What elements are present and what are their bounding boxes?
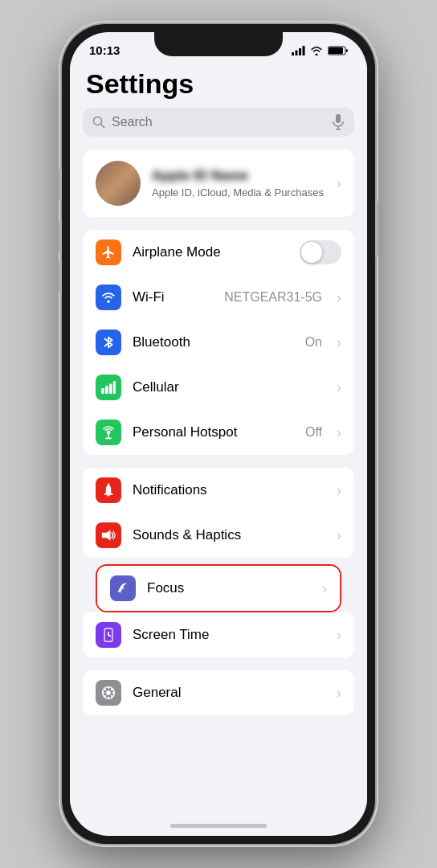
phone-frame: 10:13	[62, 24, 375, 844]
focus-highlight-wrapper: Focus ›	[83, 564, 354, 612]
svg-rect-14	[113, 381, 116, 394]
svg-point-28	[112, 692, 114, 694]
screen-time-row[interactable]: Screen Time ›	[83, 612, 354, 657]
svg-point-30	[111, 695, 112, 697]
hotspot-chevron: ›	[337, 424, 341, 441]
bluetooth-icon	[96, 330, 121, 355]
svg-rect-3	[303, 46, 305, 55]
svg-line-7	[101, 125, 105, 129]
bluetooth-chevron: ›	[337, 334, 341, 351]
wifi-label: Wi-Fi	[133, 289, 213, 305]
cellular-chevron: ›	[337, 379, 341, 396]
svg-rect-12	[105, 386, 108, 394]
wifi-row[interactable]: Wi-Fi NETGEAR31-5G ›	[83, 275, 354, 320]
focus-highlight-border: Focus ›	[96, 564, 341, 612]
bluetooth-row[interactable]: Bluetooth On ›	[83, 320, 354, 365]
sounds-icon	[96, 522, 121, 548]
airplane-mode-toggle[interactable]	[300, 240, 341, 264]
search-input[interactable]	[112, 115, 325, 129]
svg-point-20	[121, 587, 124, 589]
svg-point-26	[108, 697, 109, 698]
home-indicator	[170, 824, 267, 828]
sounds-label: Sounds & Haptics	[133, 527, 325, 543]
cellular-label: Cellular	[133, 379, 325, 395]
signal-icon	[292, 46, 305, 55]
status-icons	[292, 46, 348, 55]
svg-point-27	[103, 692, 104, 694]
notifications-row[interactable]: Notifications ›	[83, 468, 354, 513]
focus-row[interactable]: Focus ›	[97, 566, 340, 611]
general-icon	[96, 680, 121, 706]
general-row[interactable]: General ›	[83, 670, 354, 715]
wifi-icon	[310, 46, 323, 55]
svg-rect-13	[109, 384, 112, 394]
cellular-icon	[96, 375, 121, 400]
phone-screen: 10:13	[70, 32, 367, 836]
bluetooth-label: Bluetooth	[133, 334, 294, 350]
settings-screen: Settings	[70, 62, 367, 817]
svg-point-29	[104, 689, 106, 690]
focus-icon	[110, 575, 136, 601]
svg-point-22	[108, 634, 109, 636]
apple-id-subtitle: Apple ID, iCloud, Media & Purchases	[152, 186, 325, 199]
notch	[154, 32, 283, 56]
apple-id-row[interactable]: Apple ID Name Apple ID, iCloud, Media & …	[83, 149, 354, 217]
airplane-mode-row[interactable]: Airplane Mode	[83, 230, 354, 275]
general-card: General ›	[83, 670, 354, 715]
search-bar[interactable]	[83, 108, 354, 137]
status-time: 10:13	[89, 43, 120, 57]
svg-rect-2	[299, 48, 301, 55]
hotspot-value: Off	[305, 425, 322, 440]
search-icon	[92, 116, 105, 129]
screen-time-chevron: ›	[337, 627, 341, 644]
hotspot-row[interactable]: Personal Hotspot Off ›	[83, 410, 354, 455]
sounds-row[interactable]: Sounds & Haptics ›	[83, 513, 354, 558]
battery-icon	[328, 46, 348, 55]
wifi-row-icon	[96, 285, 121, 310]
hotspot-icon	[96, 420, 121, 445]
avatar	[96, 161, 141, 206]
sounds-chevron: ›	[337, 527, 341, 544]
page-title: Settings	[70, 62, 367, 108]
apple-id-name: Apple ID Name	[152, 168, 325, 184]
focus-chevron: ›	[322, 580, 327, 597]
focus-label: Focus	[147, 580, 311, 596]
notifications-icon	[96, 477, 121, 503]
svg-rect-5	[329, 47, 343, 54]
hotspot-label: Personal Hotspot	[133, 424, 294, 440]
airplane-mode-label: Airplane Mode	[133, 244, 288, 260]
cellular-row[interactable]: Cellular ›	[83, 365, 354, 410]
bluetooth-value: On	[305, 335, 322, 350]
notifications-chevron: ›	[337, 482, 341, 499]
general-label: General	[133, 685, 325, 701]
svg-marker-19	[102, 530, 111, 540]
airplane-mode-icon	[96, 240, 121, 265]
svg-point-31	[104, 695, 106, 697]
svg-rect-0	[292, 52, 294, 55]
mic-icon	[332, 114, 345, 130]
notifications-label: Notifications	[133, 482, 325, 498]
svg-rect-1	[296, 50, 298, 55]
screen-time-label: Screen Time	[133, 627, 325, 643]
svg-rect-11	[101, 388, 104, 394]
svg-rect-8	[336, 114, 341, 123]
notifications-card: Notifications › Sounds & Haptics ›	[83, 468, 354, 558]
wifi-value: NETGEAR31-5G	[224, 290, 322, 305]
wifi-chevron: ›	[337, 289, 341, 306]
apple-id-info: Apple ID Name Apple ID, iCloud, Media & …	[152, 168, 325, 199]
general-chevron: ›	[337, 685, 341, 702]
svg-point-25	[108, 687, 109, 689]
toggle-thumb	[301, 242, 322, 263]
screen-time-card: Screen Time ›	[83, 612, 354, 657]
apple-id-chevron: ›	[337, 175, 341, 192]
svg-point-24	[106, 690, 111, 695]
connectivity-card: Airplane Mode Wi-Fi NETG	[83, 230, 354, 455]
svg-point-18	[108, 483, 109, 485]
svg-point-32	[111, 689, 112, 690]
screen-time-icon	[96, 622, 121, 648]
apple-id-card[interactable]: Apple ID Name Apple ID, iCloud, Media & …	[83, 149, 354, 217]
